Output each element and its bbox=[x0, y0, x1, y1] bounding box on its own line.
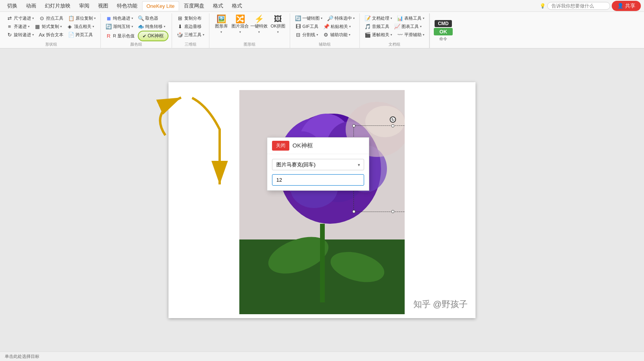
btn-copy-inplace[interactable]: 📋 原位复制 ▾ bbox=[67, 14, 97, 22]
btn-audio-tool[interactable]: 🎵 音频工具 bbox=[363, 22, 391, 30]
svg-rect-16 bbox=[320, 224, 325, 302]
btn-special-select[interactable]: 🔎 特殊选中 ▾ bbox=[326, 14, 356, 22]
ok-sublabel: 命令 bbox=[439, 36, 447, 42]
menu-item-switch[interactable]: 切换 bbox=[3, 1, 21, 11]
btn-rotate-advance[interactable]: ↻ 旋转递进 ▾ bbox=[5, 31, 35, 39]
btn-ok-frame[interactable]: ✔ OK神框 bbox=[138, 31, 168, 41]
ribbon-doc-items: 📝 文档处理 ▾ 📊 表格工具 ▾ 🎵 音频工具 bbox=[363, 14, 426, 42]
ribbon-group-shape: ⇄ 尺寸递进 ▾ ⊙ 控点工具 📋 原位复制 ▾ bbox=[2, 13, 101, 48]
user-icon: 👤 bbox=[617, 3, 624, 9]
btn-doc-process[interactable]: 📝 文档处理 ▾ bbox=[363, 14, 394, 22]
dropdown-arrow: ▾ bbox=[60, 25, 62, 28]
btn-size-advance[interactable]: ⇄ 尺寸递进 ▾ bbox=[5, 14, 35, 22]
dialog-close-button[interactable]: 关闭 bbox=[272, 141, 289, 151]
btn-vertex-rel[interactable]: ◈ 顶点相关 ▾ bbox=[65, 22, 96, 30]
ribbon-color-row2: 🔄 渐纯互转 ▾ 🐟 纯鱼转移 ▾ bbox=[104, 22, 168, 30]
dropdown-arrow: ▾ bbox=[239, 30, 241, 34]
menu-item-animation[interactable]: 动画 bbox=[22, 1, 40, 11]
menu-item-review[interactable]: 审阅 bbox=[75, 1, 93, 11]
rose-image: ↻ bbox=[239, 90, 405, 314]
btn-copy-distribute[interactable]: ⊞ 复制分布 bbox=[175, 14, 203, 22]
graphic-group-label: 图形组 bbox=[209, 42, 290, 47]
ribbon-doc-row3: 🎬 逐帧相关 ▾ 〰 平滑辅助 ▾ bbox=[363, 31, 426, 39]
btn-one-click-effect[interactable]: ⚡ 一键特效 ▾ bbox=[250, 14, 268, 35]
mode-dropdown[interactable]: 图片马赛克(回车)图片模糊图片锐化 bbox=[272, 159, 364, 170]
menu-item-features[interactable]: 特色功能 bbox=[113, 1, 141, 11]
3d-group-label: 三维组 bbox=[172, 42, 209, 47]
menu-bar: 切换 动画 幻灯片放映 审阅 视图 特色功能 OneKey Lite 百度网盘 … bbox=[0, 0, 644, 12]
btn-paste-rel[interactable]: 📌 粘贴相关 ▾ bbox=[322, 22, 352, 30]
handle-tl[interactable] bbox=[352, 124, 355, 127]
ribbon-doc-row1: 📝 文档处理 ▾ 📊 表格工具 ▾ bbox=[363, 14, 426, 22]
btn-divider[interactable]: ⊟ 分割线 ▾ bbox=[293, 31, 320, 39]
ok-icon: ✔ bbox=[142, 33, 146, 39]
fish-icon: 🐟 bbox=[138, 23, 144, 29]
btn-rect-copy[interactable]: ▦ 矩式复制 ▾ bbox=[33, 22, 63, 30]
dropdown-arrow: ▾ bbox=[321, 17, 322, 20]
btn-show-color[interactable]: R R 显示色值 bbox=[104, 32, 136, 40]
menu-item-slideshow[interactable]: 幻灯片放映 bbox=[41, 1, 74, 11]
btn-table-tool[interactable]: 📊 表格工具 ▾ bbox=[395, 14, 426, 22]
menu-item-onekey[interactable]: OneKey Lite bbox=[142, 1, 179, 11]
btn-split-text[interactable]: Ax 拆合文本 bbox=[37, 31, 65, 39]
ribbon-3d-items: ⊞ 复制分布 ⬇ 底边垂移 🎲 三维工具 ▾ bbox=[175, 14, 206, 42]
ok-badge[interactable]: OK bbox=[434, 28, 453, 35]
dropdown-arrow: ▾ bbox=[32, 17, 34, 20]
btn-bottom-move[interactable]: ⬇ 底边垂移 bbox=[175, 22, 203, 30]
ribbon-graphic-row1: 🖼️ 图形库 ▾ 🔀 图片混合 ▾ ⚡ 一键特效 ▾ bbox=[213, 14, 287, 35]
dropdown-arrow: ▾ bbox=[203, 33, 204, 37]
gif-icon: 🎞 bbox=[295, 23, 301, 29]
control-icon: ⊙ bbox=[39, 15, 45, 21]
btn-cross-page[interactable]: 📄 跨页工具 bbox=[67, 31, 94, 39]
btn-align-advance[interactable]: ≡ 齐递进 ▾ bbox=[5, 22, 31, 30]
menu-item-format1[interactable]: 格式 bbox=[209, 1, 227, 11]
dialog-title-bar: 关闭 OK神框 bbox=[267, 138, 369, 154]
paste-icon: 📌 bbox=[323, 23, 329, 29]
cmd-badge: CMD bbox=[435, 20, 452, 27]
btn-graphic-lib[interactable]: 🖼️ 图形库 ▾ bbox=[213, 14, 230, 35]
frame-icon: 🎬 bbox=[365, 31, 371, 38]
value-input[interactable] bbox=[272, 174, 364, 186]
btn-solid-fish[interactable]: 🐟 纯鱼转移 ▾ bbox=[136, 22, 167, 30]
btn-solid-advance[interactable]: ◼ 纯色递进 ▾ bbox=[104, 14, 135, 22]
btn-ok-collage[interactable]: 🖼 OK拼图 ▾ bbox=[269, 14, 287, 35]
assist-group-label: 辅助组 bbox=[290, 42, 359, 47]
menu-item-view[interactable]: 视图 bbox=[94, 1, 112, 11]
handle-bm[interactable] bbox=[391, 210, 394, 213]
btn-img-mix[interactable]: 🔀 图片混合 ▾ bbox=[231, 14, 249, 35]
handle-tm[interactable] bbox=[391, 124, 394, 127]
rotate-handle[interactable]: ↻ bbox=[390, 116, 396, 123]
ribbon-assist-row1: 🔄 一键转图 ▾ 🔎 特殊选中 ▾ bbox=[293, 14, 356, 22]
search-input[interactable] bbox=[547, 2, 610, 10]
search-box: 💡 👤 共享 bbox=[540, 1, 641, 11]
btn-3d-tools[interactable]: 🎲 三维工具 ▾ bbox=[175, 31, 206, 39]
ok-frame-dialog: 关闭 OK神框 图片马赛克(回车)图片模糊图片锐化 ▾ bbox=[267, 137, 369, 191]
dropdown-arrow: ▾ bbox=[423, 17, 424, 20]
dropdown-arrow: ▾ bbox=[423, 33, 424, 37]
btn-frame-rel[interactable]: 🎬 逐帧相关 ▾ bbox=[363, 31, 394, 39]
btn-one-click-convert[interactable]: 🔄 一键转图 ▾ bbox=[293, 14, 324, 22]
btn-chart-tool[interactable]: 📈 图表工具 ▾ bbox=[392, 22, 423, 30]
share-button[interactable]: 👤 共享 bbox=[612, 1, 641, 11]
page-icon: 📄 bbox=[68, 31, 74, 38]
rotate-icon: ↻ bbox=[6, 31, 13, 38]
shape-group-label: 形状组 bbox=[2, 42, 100, 47]
ribbon-doc-row2: 🎵 音频工具 📈 图表工具 ▾ bbox=[363, 22, 426, 30]
btn-gif-tool[interactable]: 🎞 GIF工具 bbox=[293, 22, 320, 30]
vertex-icon: ◈ bbox=[67, 23, 73, 29]
bottom-icon: ⬇ bbox=[177, 23, 183, 29]
ribbon-group-assist: 🔄 一键转图 ▾ 🔎 特殊选中 ▾ 🎞 GIF工具 bbox=[290, 13, 360, 48]
menu-item-format2[interactable]: 格式 bbox=[228, 1, 246, 11]
btn-color-picker[interactable]: 🔍 取色器 bbox=[136, 14, 160, 22]
ribbon-shape-row3: ↻ 旋转递进 ▾ Ax 拆合文本 📄 跨页工具 bbox=[5, 31, 97, 39]
btn-control-point[interactable]: ⊙ 控点工具 bbox=[37, 14, 65, 22]
dropdown-arrow: ▾ bbox=[131, 17, 133, 20]
menu-item-baidu[interactable]: 百度网盘 bbox=[180, 1, 208, 11]
btn-assist-func[interactable]: ⚙ 辅助功能 ▾ bbox=[321, 31, 352, 39]
handle-bl[interactable] bbox=[352, 210, 355, 213]
ribbon-color-row1: ◼ 纯色递进 ▾ 🔍 取色器 bbox=[104, 14, 168, 22]
watermark: 知乎 @野孩子 bbox=[413, 298, 468, 310]
btn-grad-solid[interactable]: 🔄 渐纯互转 ▾ bbox=[104, 22, 135, 30]
btn-smooth-assist[interactable]: 〰 平滑辅助 ▾ bbox=[395, 31, 426, 39]
assist-icon: ⚙ bbox=[323, 31, 329, 38]
